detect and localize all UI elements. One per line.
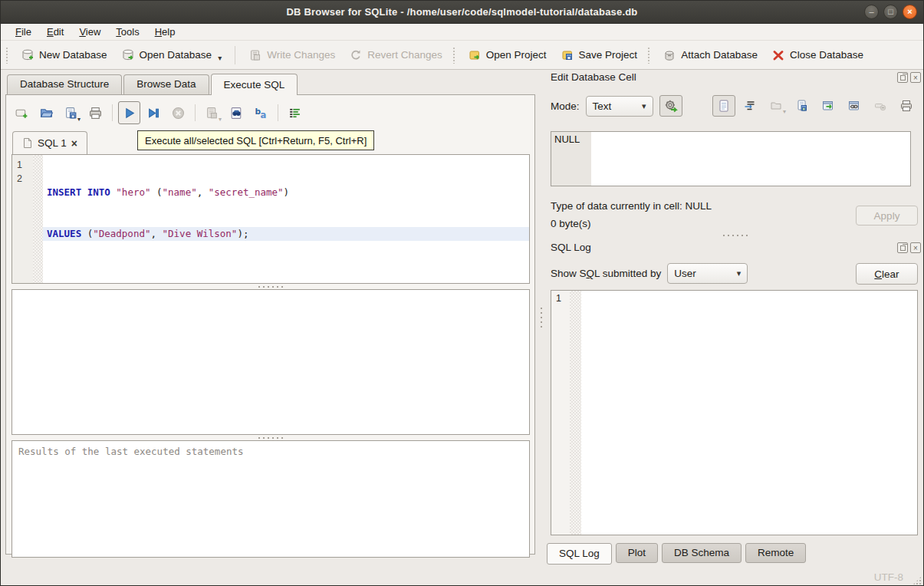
open-file-icon	[39, 106, 54, 120]
export-data-button[interactable]	[817, 95, 840, 117]
set-null-button	[869, 95, 892, 117]
results-splitter[interactable]	[12, 435, 530, 440]
menu-help[interactable]: Help	[148, 25, 182, 39]
tab-close-icon[interactable]: ×	[71, 137, 77, 150]
open-in-editor-button: ▾	[765, 95, 788, 117]
log-filter-combobox[interactable]: User ▾	[667, 263, 748, 284]
resize-grip[interactable]	[912, 576, 922, 585]
sql-log-dock-buttons: ×	[897, 242, 921, 253]
dock-close-button[interactable]: ×	[910, 72, 921, 83]
code-area[interactable]: INSERT INTO "hero" ("name", "secret_name…	[43, 155, 529, 283]
dock-close-icon: ×	[913, 74, 918, 82]
window-controls: – □ ×	[864, 5, 917, 19]
open-database-dropdown-icon[interactable]: ▾	[218, 54, 222, 62]
new-database-button[interactable]: New Database	[14, 44, 114, 66]
dock-float-button[interactable]	[897, 72, 908, 83]
revert-changes-button: Revert Changes	[342, 44, 449, 66]
mode-row: Mode: Text ▾	[551, 95, 682, 117]
dock-close-icon: ×	[913, 244, 918, 252]
editor-results-splitter[interactable]	[12, 284, 530, 289]
dock-tab-db-schema[interactable]: DB Schema	[662, 543, 742, 563]
word-wrap-icon	[743, 99, 757, 113]
print-icon	[899, 99, 913, 113]
results-message-area[interactable]: Results of the last executed statements	[12, 440, 530, 558]
sql-log-area[interactable]: 1	[551, 290, 918, 535]
menu-view[interactable]: View	[72, 25, 107, 39]
toolbar-drag-handle[interactable]	[5, 47, 9, 64]
main-area: Database Structure Browse Data Execute S…	[1, 70, 924, 567]
find-button[interactable]	[225, 101, 248, 124]
dock-tab-sql-log[interactable]: SQL Log	[547, 543, 612, 565]
splitter-handle-dots	[257, 285, 284, 288]
dock-splitter[interactable]	[545, 232, 924, 239]
open-project-button[interactable]: Open Project	[461, 44, 554, 66]
close-button[interactable]: ×	[903, 5, 917, 19]
execute-line-button[interactable]	[143, 101, 165, 124]
tab-browse-data[interactable]: Browse Data	[123, 74, 209, 94]
menu-file[interactable]: File	[8, 25, 38, 39]
tooltip: Execute all/selected SQL [Ctrl+Return, F…	[137, 130, 374, 150]
find-icon	[229, 106, 244, 120]
cell-type-info: Type of data currently in cell: NULL	[551, 200, 712, 212]
letters-ab-icon: ba	[254, 106, 268, 120]
close-icon: ×	[907, 8, 912, 16]
mode-combobox[interactable]: Text ▾	[586, 96, 653, 117]
open-sql-file-button[interactable]	[35, 101, 58, 124]
text-mode-button[interactable]	[712, 95, 735, 117]
close-database-button[interactable]: Close Database	[765, 44, 870, 66]
dock-tab-plot[interactable]: Plot	[616, 543, 658, 563]
code-line-2: VALUES ("Deadpond", "Dive Wilson");	[43, 227, 529, 241]
sql-tab-label: SQL 1	[38, 137, 67, 149]
dock-tab-bar: SQL Log Plot DB Schema Remote	[547, 543, 810, 565]
print-cell-button[interactable]	[895, 95, 918, 117]
database-open-icon	[121, 48, 135, 62]
toolbar-separator	[235, 46, 235, 64]
toolbar-drag-handle[interactable]	[647, 47, 651, 64]
format-lines-icon	[288, 106, 302, 120]
word-wrap-button[interactable]	[738, 95, 761, 117]
minimize-button[interactable]: –	[864, 5, 879, 19]
cell-size-info: 0 byte(s)	[551, 218, 591, 229]
save-sql-dropdown-icon[interactable]: ▾	[77, 116, 81, 123]
dock-close-button[interactable]: ×	[910, 242, 921, 253]
maximize-button[interactable]: □	[883, 5, 898, 19]
write-changes-button: Write Changes	[242, 44, 342, 66]
open-database-button[interactable]: Open Database ▾	[114, 44, 229, 66]
execute-play-icon	[122, 106, 136, 120]
vertical-splitter[interactable]	[538, 70, 545, 567]
tab-execute-sql[interactable]: Execute SQL	[211, 74, 298, 95]
open-link-button[interactable]	[843, 95, 866, 117]
dock-float-button[interactable]	[897, 242, 908, 253]
save-sql-file-button[interactable]: ▾	[60, 101, 82, 124]
open-disabled-icon	[769, 99, 783, 113]
menu-tools[interactable]: Tools	[109, 25, 146, 39]
clear-log-button[interactable]: Clear	[856, 263, 918, 285]
titlebar[interactable]: DB Browser for SQLite - /home/user/code/…	[1, 1, 923, 24]
sql-editor[interactable]: 1 2 INSERT INTO "hero" ("name", "secret_…	[12, 154, 530, 284]
auto-switch-mode-button[interactable]	[659, 95, 682, 117]
toolbar-drag-handle[interactable]	[452, 47, 456, 64]
encoding-indicator[interactable]: UTF-8	[874, 571, 903, 583]
save-project-button[interactable]: Save Project	[554, 44, 645, 66]
print-icon	[88, 106, 103, 120]
attach-database-button[interactable]: Attach Database	[656, 44, 765, 66]
svg-text:a: a	[260, 109, 266, 120]
cell-editor[interactable]: NULL	[551, 131, 911, 186]
sql-doc-tab[interactable]: SQL 1 ×	[12, 131, 87, 154]
format-sql-button[interactable]	[284, 101, 306, 124]
tab-database-structure[interactable]: Database Structure	[7, 74, 122, 94]
save-results-dropdown-icon: ▾	[219, 116, 222, 123]
menu-edit[interactable]: Edit	[40, 25, 71, 39]
import-data-button[interactable]	[791, 95, 814, 117]
results-grid[interactable]	[12, 289, 530, 435]
dock-tab-remote[interactable]: Remote	[745, 543, 806, 563]
filter-label: Show SQL submitted by	[551, 268, 661, 279]
splitter-handle-dots	[540, 306, 543, 331]
execute-line-icon	[146, 106, 161, 120]
print-sql-button[interactable]	[84, 101, 107, 124]
execute-all-button[interactable]	[118, 101, 140, 124]
new-sql-tab-button[interactable]	[11, 101, 33, 124]
database-attach-icon	[663, 48, 676, 62]
autocomplete-button[interactable]: ba	[250, 101, 272, 124]
line-number-gutter: 1 2	[12, 155, 33, 283]
